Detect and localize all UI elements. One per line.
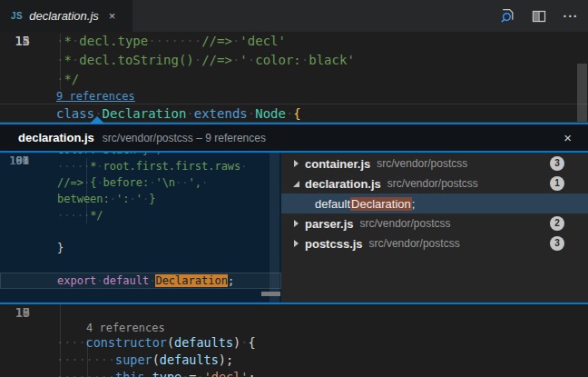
code-token: } [149, 193, 155, 205]
peek-body: color:·black·}')96·····*·root.first.firs… [0, 153, 588, 303]
code-token: · [240, 160, 247, 173]
code-token: · [186, 106, 193, 121]
reference-file-row[interactable]: declaration.jssrc/vendor/postcss1 [281, 174, 588, 193]
code-line[interactable]: 13·*·decl.toString()·//=>·'·color:·black… [0, 51, 588, 70]
reference-file-row[interactable]: container.jssrc/vendor/postcss3 [281, 154, 588, 174]
code-line[interactable]: 19········this.type·=·'decl'; [0, 369, 588, 377]
code-token: · [110, 193, 116, 205]
line-number: 15 [0, 32, 30, 51]
code-line[interactable]: 101export·default·Declaration; [0, 273, 281, 289]
editor-bottom-region[interactable]: 164 references17····constructor(defaults… [0, 304, 588, 377]
code-token: //=> [201, 34, 232, 48]
code-line[interactable]: 14·*/ [0, 70, 588, 89]
editor-actions: ··· [499, 0, 579, 32]
code-token: extends [194, 106, 248, 121]
peek-editor-horizontal-scrollbar[interactable] [261, 292, 280, 296]
code-token: } [57, 242, 64, 254]
code-token: · [96, 153, 103, 156]
code-line[interactable]: between:·':·'·} [0, 191, 281, 207]
editor-top-region[interactable]: 12·*·decl.type·······//=>·'decl'13·*·dec… [0, 32, 588, 123]
code-line[interactable]: 98 [0, 223, 281, 240]
code-token: defaults [160, 352, 219, 367]
code-token: ' [240, 53, 247, 67]
code-token: class [56, 106, 94, 121]
code-token: · [129, 193, 135, 205]
split-editor-icon[interactable] [531, 8, 547, 25]
code-token: */ [64, 72, 79, 86]
tab-close-icon[interactable]: × [109, 9, 116, 23]
indent-guide [86, 158, 87, 223]
code-token: · [194, 53, 201, 67]
code-line[interactable]: 97·····*/ [0, 207, 281, 223]
code-token: '\n [155, 176, 175, 189]
reference-match-highlight: Declaration [350, 197, 412, 211]
peek-editor[interactable]: color:·black·}')96·····*·root.first.firs… [0, 153, 281, 303]
code-token: ( [167, 335, 174, 350]
reference-file-row[interactable]: postcss.jssrc/vendor/postcss3 [281, 233, 588, 253]
code-token: ) [233, 335, 240, 350]
code-token: · [96, 160, 103, 173]
chevron-collapsed-icon[interactable] [290, 220, 301, 227]
peek-editor-vertical-scrollbar[interactable] [270, 153, 279, 303]
code-token: root.first.first.raws [103, 160, 241, 173]
file-name: parser.js [305, 217, 354, 231]
code-token: default [103, 274, 150, 287]
code-token: ( [152, 352, 160, 367]
tab-declaration-js[interactable]: JS declaration.js × [0, 0, 132, 32]
code-token: ······· [148, 34, 201, 48]
javascript-file-icon: JS [11, 11, 23, 21]
code-token: ········ [56, 352, 115, 367]
code-token: 'decl' [240, 34, 286, 48]
peek-anchor-arrow-icon [90, 116, 104, 124]
code-token: decl.type [79, 34, 148, 48]
peek-close-icon[interactable]: × [558, 130, 577, 145]
codelens-link[interactable]: 4 references [86, 322, 165, 334]
code-token: ····· [57, 209, 90, 222]
search-references-icon[interactable] [499, 8, 515, 25]
code-token: black' [309, 53, 355, 67]
code-token: defaults [174, 335, 233, 350]
chevron-collapsed-icon[interactable] [290, 240, 301, 247]
code-token: constructor [86, 335, 167, 350]
code-line[interactable]: 99} [0, 240, 281, 256]
peek-title-filename: declaration.js [18, 131, 94, 144]
chevron-collapsed-icon[interactable] [290, 160, 301, 167]
code-token: · [136, 153, 142, 156]
code-line[interactable]: //=>·{·before:·'\n··',· [0, 174, 281, 191]
references-peek-view: declaration.js src/vendor/postcss – 9 re… [0, 123, 588, 304]
code-token: this [115, 370, 145, 377]
chevron-expanded-icon[interactable] [290, 181, 301, 187]
code-token: }') [142, 153, 162, 156]
codelens[interactable]: 9 references [0, 89, 588, 104]
code-line[interactable]: 96·····*·root.first.first.raws· [0, 158, 281, 174]
code-line[interactable]: 12·*·decl.type·······//=>·'decl' [0, 32, 588, 51]
code-token: color: [255, 53, 301, 67]
file-path: src/vendor/postcss [377, 157, 467, 170]
code-token: black [103, 153, 136, 156]
code-line[interactable]: 102 [0, 289, 281, 303]
codelens-link[interactable]: 9 references [56, 90, 135, 103]
reference-item-row[interactable]: default Declaration; [281, 193, 588, 213]
code-token: { [293, 106, 300, 121]
file-name: declaration.js [305, 177, 381, 191]
tab-title: declaration.js [29, 9, 99, 23]
code-token: type [152, 370, 182, 377]
code-line[interactable]: 15class·Declaration·extends·Node·{ [0, 104, 588, 123]
code-token: ' [136, 193, 142, 205]
vscode-window: JS declaration.js × ··· [0, 0, 588, 377]
reference-count-badge: 3 [550, 236, 564, 251]
codelens[interactable]: 4 references [0, 322, 588, 334]
code-line[interactable]: 100 [0, 256, 281, 273]
more-actions-icon[interactable]: ··· [563, 8, 579, 25]
code-token: * [64, 34, 71, 48]
editor-scrollbar[interactable] [577, 64, 587, 122]
code-token: export [57, 274, 96, 287]
line-number: 19 [0, 304, 30, 322]
code-token: 'decl' [204, 370, 249, 377]
code-line[interactable]: 17····constructor(defaults)·{ [0, 334, 588, 352]
reference-file-row[interactable]: parser.jssrc/vendor/postcss2 [281, 213, 588, 233]
code-line[interactable]: 16 [0, 304, 588, 322]
code-line[interactable]: 18········super(defaults); [0, 352, 588, 369]
file-path: src/vendor/postcss [360, 217, 451, 230]
code-token: ········ [56, 370, 115, 377]
